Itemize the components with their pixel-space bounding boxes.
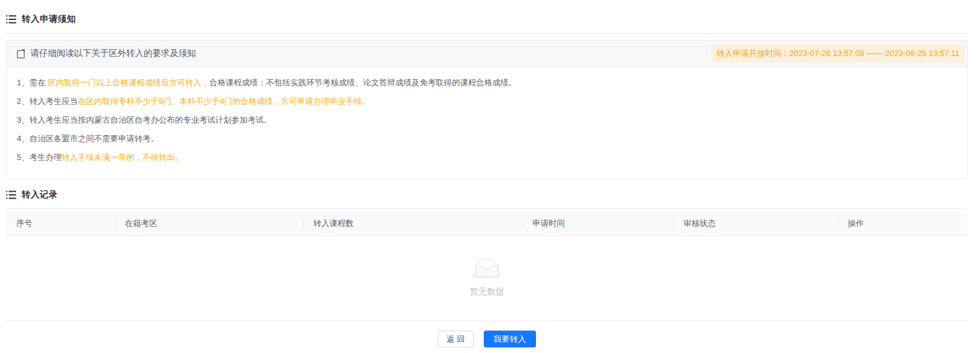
table-column-header: 在籍考区 (115, 218, 303, 229)
rule-text: 2、转入考生应当 (17, 96, 78, 106)
back-button[interactable]: 返 回 (438, 331, 474, 347)
transfer-button[interactable]: 我要转入 (484, 331, 536, 347)
open-time-badge: 转入申请开放时间：2023-07-26 13:57:08 —— 2023-08-… (711, 45, 964, 62)
records-section-title: 转入记录 (22, 189, 58, 200)
table-empty-state: 暂无数据 (6, 235, 968, 321)
notice-rule-line: 1、需在 区内取得一门以上合格课程成绩后方可转入，合格课程成绩：不包括实践环节考… (17, 77, 957, 88)
notice-rule-line: 5、考生办理转入手续未满一年的，不得转出。 (17, 152, 957, 162)
table-column-header: 审核状态 (673, 218, 838, 229)
rule-highlight-text: 转入手续未满一年的，不得转出。 (62, 153, 183, 162)
notice-rule-line: 3、转入考生应当按内蒙古自治区自考办公布的专业考试计划参加考试。 (17, 115, 957, 125)
rule-text: 合格课程成绩：不包括实践环节考核成绩、论文答辩成绩及免考取得的课程合格成绩。 (210, 78, 517, 87)
notice-rules-list: 1、需在 区内取得一门以上合格课程成绩后方可转入，合格课程成绩：不包括实践环节考… (7, 67, 967, 179)
rule-highlight-text: 在区内取得专科不少于5门、本科不少于4门的合格成绩，方可申请办理毕业手续。 (78, 96, 369, 106)
footer-actions: 返 回 我要转入 (6, 321, 968, 347)
section-divider (6, 33, 968, 34)
table-column-header: 申请时间 (522, 218, 673, 229)
notice-rule-line: 2、转入考生应当在区内取得专科不少于5门、本科不少于4门的合格成绩，方可申请办理… (17, 96, 957, 106)
rule-text: 1、需在 (17, 78, 48, 87)
table-column-header: 转入课程数 (303, 218, 522, 229)
empty-text: 暂无数据 (469, 286, 504, 298)
table-column-header: 操作 (838, 218, 968, 229)
table-column-header: 序号 (6, 218, 115, 229)
page-container: 转入申请须知 请仔细阅读以下关于区外转入的要求及须知 转入申请开放时间：2023… (0, 0, 980, 347)
empty-box-icon (471, 259, 502, 281)
notice-box: 请仔细阅读以下关于区外转入的要求及须知 转入申请开放时间：2023-07-26 … (6, 40, 968, 179)
rule-text: 5、考生办理 (17, 153, 62, 162)
notice-section-title: 转入申请须知 (22, 14, 76, 25)
records-table: 序号在籍考区转入课程数申请时间审核状态操作 暂无数据 (6, 211, 968, 321)
list-icon (6, 15, 16, 24)
section-divider (6, 209, 968, 209)
notice-box-header: 请仔细阅读以下关于区外转入的要求及须知 转入申请开放时间：2023-07-26 … (7, 40, 967, 67)
rule-text: 4、自治区各盟市之间不需要申请转考。 (17, 134, 159, 143)
records-section-header: 转入记录 (6, 179, 968, 209)
notice-section-header: 转入申请须知 (6, 0, 968, 33)
document-icon (17, 49, 25, 59)
notice-rule-line: 4、自治区各盟市之间不需要申请转考。 (17, 133, 957, 144)
list-icon (6, 191, 16, 199)
table-header-row: 序号在籍考区转入课程数申请时间审核状态操作 (6, 211, 968, 235)
notice-box-title: 请仔细阅读以下关于区外转入的要求及须知 (30, 48, 196, 59)
rule-text: 3、转入考生应当按内蒙古自治区自考办公布的专业考试计划参加考试。 (17, 115, 272, 125)
rule-highlight-text: 区内取得一门以上合格课程成绩后方可转入， (48, 78, 210, 87)
notice-box-title-wrap: 请仔细阅读以下关于区外转入的要求及须知 (17, 48, 196, 59)
